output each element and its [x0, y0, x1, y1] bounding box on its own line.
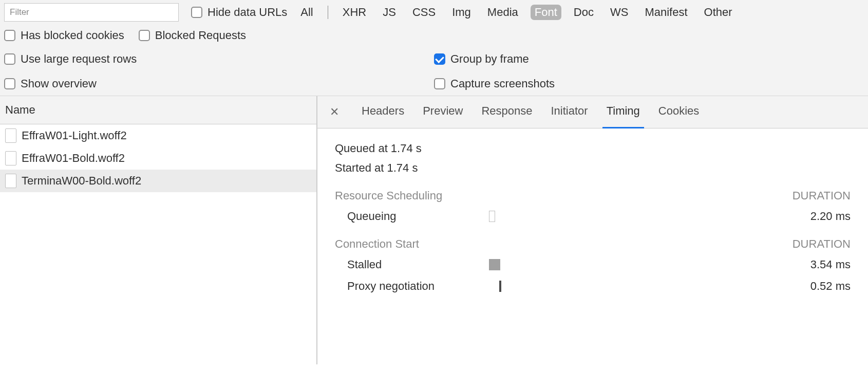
queued-at-text: Queued at 1.74 s: [335, 142, 851, 155]
timing-row: Proxy negotiation0.52 ms: [335, 280, 851, 293]
request-list: EffraW01-Light.woff2EffraW01-Bold.woff2T…: [0, 124, 316, 192]
type-separator: [328, 6, 328, 19]
show-overview-checkbox[interactable]: Show overview: [4, 77, 434, 90]
show-overview-label: Show overview: [21, 77, 97, 90]
timing-bar-cell: [489, 259, 779, 270]
timing-row: Stalled3.54 ms: [335, 258, 851, 271]
checkbox-icon: [434, 53, 445, 65]
timing-bar-cell: [489, 281, 779, 292]
duration-column-label: DURATION: [792, 237, 851, 251]
timing-bar-cell: [489, 211, 779, 222]
tab-headers[interactable]: Headers: [361, 101, 405, 123]
section-title: Resource Scheduling: [335, 189, 442, 202]
request-name: EffraW01-Bold.woff2: [22, 152, 125, 165]
use-large-rows-label: Use large request rows: [21, 52, 137, 66]
hide-data-urls-label: Hide data URLs: [207, 6, 287, 19]
split-pane: Name EffraW01-Light.woff2EffraW01-Bold.w…: [0, 96, 868, 364]
type-filter-css[interactable]: CSS: [408, 5, 440, 20]
blocked-requests-label: Blocked Requests: [155, 29, 246, 42]
has-blocked-cookies-checkbox[interactable]: Has blocked cookies: [4, 29, 124, 42]
timing-row: Queueing2.20 ms: [335, 210, 851, 223]
timing-section-header: Resource SchedulingDURATION: [335, 189, 851, 202]
timing-bar: [499, 281, 501, 292]
type-filter-other[interactable]: Other: [700, 5, 737, 20]
network-toolbar: Hide data URLs AllXHRJSCSSImgMediaFontDo…: [0, 0, 868, 96]
type-filter-xhr[interactable]: XHR: [338, 5, 370, 20]
checkbox-icon: [4, 78, 15, 89]
filter-row: Hide data URLs AllXHRJSCSSImgMediaFontDo…: [4, 3, 864, 22]
timing-row-label: Stalled: [335, 258, 489, 271]
timing-panel: Queued at 1.74 s Started at 1.74 s Resou…: [317, 128, 868, 315]
group-by-frame-checkbox[interactable]: Group by frame: [434, 52, 864, 66]
type-filter-bar: AllXHRJSCSSImgMediaFontDocWSManifestOthe…: [296, 5, 736, 20]
file-icon: [5, 128, 16, 143]
type-filter-manifest[interactable]: Manifest: [640, 5, 691, 20]
checkbox-icon: [434, 78, 445, 89]
tab-response[interactable]: Response: [480, 101, 533, 123]
checkbox-icon: [191, 7, 202, 18]
request-name: TerminaW00-Bold.woff2: [22, 174, 141, 188]
options-right-col: Group by frame Capture screenshots: [434, 52, 864, 90]
timing-row-label: Proxy negotiation: [335, 280, 489, 293]
type-filter-img[interactable]: Img: [448, 5, 475, 20]
request-name: EffraW01-Light.woff2: [22, 129, 127, 142]
request-row[interactable]: TerminaW00-Bold.woff2: [0, 170, 316, 192]
type-filter-js[interactable]: JS: [379, 5, 400, 20]
type-filter-font[interactable]: Font: [531, 5, 561, 20]
file-icon: [5, 151, 16, 165]
checkbox-icon: [4, 53, 15, 65]
use-large-rows-checkbox[interactable]: Use large request rows: [4, 52, 434, 66]
tab-preview[interactable]: Preview: [422, 101, 464, 123]
tab-cookies[interactable]: Cookies: [657, 101, 700, 123]
timing-bar: [489, 211, 495, 222]
options-row: Use large request rows Show overview Gro…: [4, 52, 864, 90]
has-blocked-cookies-label: Has blocked cookies: [21, 29, 124, 42]
type-filter-doc[interactable]: Doc: [570, 5, 598, 20]
started-at-text: Started at 1.74 s: [335, 161, 851, 175]
filter-input[interactable]: [4, 3, 179, 22]
checkbox-icon: [4, 30, 15, 41]
duration-column-label: DURATION: [792, 189, 851, 202]
timing-row-label: Queueing: [335, 210, 489, 223]
close-icon[interactable]: ✕: [327, 104, 342, 120]
type-filter-ws[interactable]: WS: [606, 5, 632, 20]
timing-bar: [489, 259, 500, 270]
file-icon: [5, 174, 16, 188]
timing-section-header: Connection StartDURATION: [335, 237, 851, 251]
request-row[interactable]: EffraW01-Bold.woff2: [0, 147, 316, 170]
options-left-col: Use large request rows Show overview: [4, 52, 434, 90]
checkbox-icon: [139, 30, 150, 41]
type-filter-media[interactable]: Media: [483, 5, 522, 20]
blocked-requests-checkbox[interactable]: Blocked Requests: [139, 29, 246, 42]
timing-duration: 2.20 ms: [779, 210, 851, 223]
capture-screenshots-checkbox[interactable]: Capture screenshots: [434, 77, 864, 90]
capture-screenshots-label: Capture screenshots: [450, 77, 555, 90]
hide-data-urls-checkbox[interactable]: Hide data URLs: [191, 6, 287, 19]
section-title: Connection Start: [335, 237, 419, 251]
tab-timing[interactable]: Timing: [606, 101, 641, 123]
request-detail-pane: ✕ HeadersPreviewResponseInitiatorTimingC…: [317, 96, 868, 364]
timing-duration: 3.54 ms: [779, 258, 851, 271]
request-row[interactable]: EffraW01-Light.woff2: [0, 124, 316, 147]
tab-initiator[interactable]: Initiator: [550, 101, 589, 123]
blocked-row: Has blocked cookies Blocked Requests: [4, 29, 864, 42]
type-filter-all[interactable]: All: [296, 5, 317, 20]
name-column-header[interactable]: Name: [0, 96, 316, 124]
group-by-frame-label: Group by frame: [450, 52, 529, 66]
request-list-pane: Name EffraW01-Light.woff2EffraW01-Bold.w…: [0, 96, 317, 364]
timing-duration: 0.52 ms: [779, 280, 851, 293]
detail-tabs: ✕ HeadersPreviewResponseInitiatorTimingC…: [317, 96, 868, 128]
